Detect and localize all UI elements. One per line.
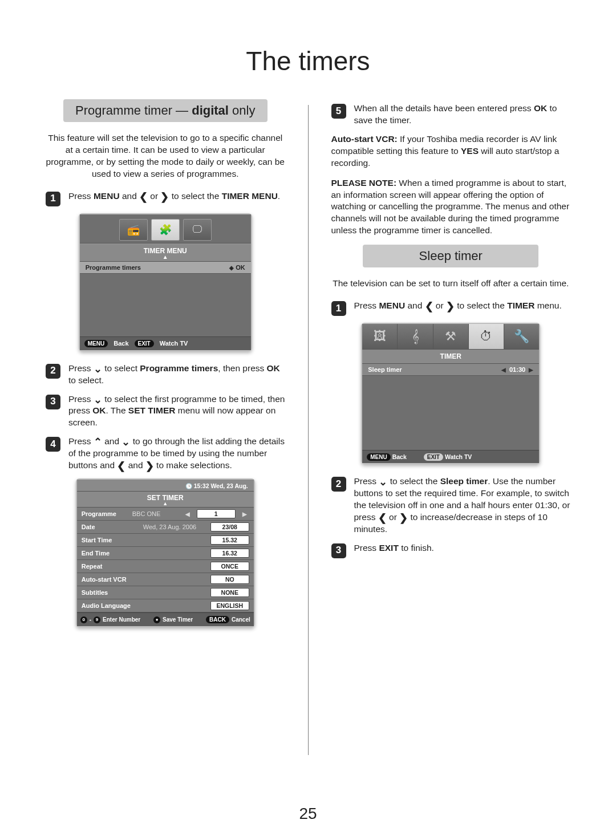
down-arrow-icon: ⌄ (379, 478, 387, 486)
set-row-field: 15.32 (210, 535, 249, 545)
osd-tab-setup-icon: ⚒ (433, 324, 469, 349)
step-text: Press EXIT to finish. (354, 542, 577, 558)
osd-sleep-timer: 🖼 𝄞 ⚒ ⏱ 🔧 TIMER Sleep timer ◀ 01:30 ▶ ME… (361, 323, 540, 464)
osd-set-row: Auto-start VCRNO (77, 573, 254, 586)
osd-set-row: ProgrammeBBC ONE◀1▶ (77, 508, 254, 521)
manual-page: The timers Programme timer — digital onl… (0, 0, 616, 840)
step-number: 2 (46, 364, 60, 379)
osd-set-row: End Time16.32 (77, 547, 254, 560)
step-3: 3 Press ⌄ to select the first programme … (46, 393, 291, 429)
page-title: The timers (40, 46, 576, 76)
step-number: 3 (46, 395, 60, 409)
intro-text: This feature will set the television to … (46, 132, 285, 180)
left-arrow-icon: ❮ (117, 462, 125, 470)
set-row-label: Subtitles (82, 589, 139, 596)
foot-back: Back (114, 340, 128, 347)
osd-row-label: Programme timers (86, 264, 141, 271)
foot-save: ●Save Timer (153, 616, 193, 623)
left-nav-icon: ◀ (183, 511, 192, 517)
step-text: Press ⌄ to select the Sleep timer. Use t… (354, 476, 577, 535)
step-text: When all the details have been entered p… (354, 103, 577, 127)
exit-pill: EXIT (424, 453, 443, 461)
heading-bold: digital (192, 103, 229, 117)
osd-set-row: DateWed, 23 Aug. 200623/08 (77, 521, 254, 534)
paragraph-note: PLEASE NOTE: When a timed programme is a… (331, 177, 571, 237)
sleep-step-3: 3 Press EXIT to finish. (331, 542, 577, 558)
right-arrow-icon: ❯ (145, 462, 154, 470)
menu-pill: MENU (367, 453, 390, 461)
set-row-label: Start Time (82, 537, 139, 543)
osd-tab-lock-icon: 🔧 (504, 324, 539, 349)
osd-title: TIMER MENU ▲ (80, 244, 251, 262)
osd-title: SET TIMER ▲ (77, 492, 254, 508)
osd-row-ok: OK (229, 264, 245, 271)
osd-row-label: Sleep timer (368, 366, 402, 373)
left-nav-icon: ◀ (501, 367, 506, 373)
page-number: 25 (0, 805, 616, 823)
foot-enter-number: 0-9Enter Number (80, 616, 140, 623)
step-1: 1 Press MENU and ❮ or ❯ to select the TI… (46, 190, 291, 206)
intro-text: The television can be set to turn itself… (331, 278, 571, 290)
sleep-step-2: 2 Press ⌄ to select the Sleep timer. Use… (331, 476, 577, 535)
left-arrow-icon: ❮ (425, 302, 433, 310)
set-row-label: Repeat (82, 563, 139, 570)
section-heading-sleep-timer: Sleep timer (363, 245, 538, 267)
osd-row-sleep-timer: Sleep timer ◀ 01:30 ▶ (362, 364, 539, 376)
osd-tab-icon-selected: 🧩 (151, 219, 180, 241)
step-number: 2 (331, 477, 346, 492)
sleep-step-1: 1 Press MENU and ❮ or ❯ to select the TI… (331, 300, 577, 316)
set-row-field: 23/08 (210, 522, 249, 531)
set-row-label: Audio Language (82, 602, 139, 609)
step-text: Press ⌃ and ⌄ to go through the list add… (68, 436, 291, 472)
set-row-label: Programme (82, 510, 128, 517)
paragraph-autostart: Auto-start VCR: If your Toshiba media re… (331, 133, 571, 169)
set-row-label: Date (82, 524, 139, 530)
osd-set-row: RepeatONCE (77, 560, 254, 573)
osd-row-value: 01:30 (509, 366, 525, 373)
step-5: 5 When all the details have been entered… (331, 103, 577, 127)
step-number: 4 (46, 437, 60, 452)
right-nav-icon: ▶ (240, 511, 249, 517)
osd-set-row: SubtitlesNONE (77, 586, 254, 599)
osd-tab-picture-icon: 🖼 (362, 324, 398, 349)
osd-title: TIMER (362, 350, 539, 364)
up-arrow-icon: ⌃ (94, 438, 102, 446)
osd-set-timer: 15:32 Wed, 23 Aug. SET TIMER ▲ Programme… (76, 478, 255, 627)
osd-tab-icon: 📻 (119, 219, 148, 241)
set-row-label: Auto-start VCR (82, 576, 139, 583)
step-4: 4 Press ⌃ and ⌄ to go through the list a… (46, 436, 291, 472)
osd-set-row: Audio LanguageENGLISH (77, 599, 254, 612)
set-row-field: 1 (197, 509, 236, 518)
set-row-value: BBC ONE (132, 510, 179, 517)
set-row-field: ENGLISH (210, 601, 249, 610)
osd-rows: ProgrammeBBC ONE◀1▶DateWed, 23 Aug. 2006… (77, 508, 254, 612)
down-arrow-icon: ⌄ (121, 438, 130, 446)
right-arrow-icon: ❯ (446, 302, 455, 310)
foot-cancel: BACKCancel (206, 616, 250, 623)
set-row-field: NO (210, 575, 249, 584)
section-heading-programme-timer: Programme timer — digital only (63, 99, 268, 122)
osd-footer: MENU Back EXIT Watch TV (362, 450, 539, 463)
osd-tabs: 📻 🧩 🖵 (80, 214, 251, 244)
osd-row-programme-timers: Programme timers OK (80, 262, 251, 274)
down-arrow-icon: ⌄ (94, 365, 102, 373)
heading-text: Programme timer — (75, 103, 192, 117)
right-arrow-icon: ❯ (399, 514, 408, 522)
step-text: Press MENU and ❮ or ❯ to select the TIME… (354, 300, 577, 316)
left-arrow-icon: ❮ (139, 193, 148, 201)
right-column: 5 When all the details have been entered… (326, 99, 577, 755)
set-row-label: End Time (82, 550, 139, 557)
right-nav-icon: ▶ (529, 367, 533, 373)
osd-footer: 0-9Enter Number ●Save Timer BACKCancel (77, 612, 254, 626)
set-row-field: 16.32 (210, 549, 249, 558)
set-row-field: NONE (210, 588, 249, 597)
column-divider (308, 105, 309, 755)
osd-set-row: Start Time15.32 (77, 534, 254, 547)
step-2: 2 Press ⌄ to select Programme timers, th… (46, 363, 291, 387)
right-arrow-icon: ❯ (160, 193, 169, 201)
left-column: Programme timer — digital only This feat… (40, 99, 291, 755)
step-text: Press ⌄ to select Programme timers, then… (68, 363, 291, 387)
osd-tab-icon: 🖵 (183, 219, 212, 241)
up-arrow-icon: ▲ (80, 255, 251, 259)
exit-pill: EXIT (135, 340, 154, 347)
